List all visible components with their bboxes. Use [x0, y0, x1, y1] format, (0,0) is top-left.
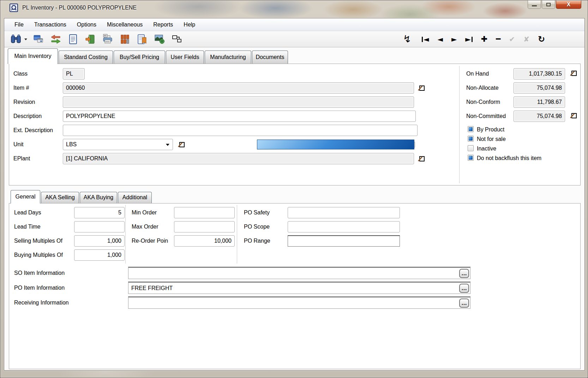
color-grid-icon[interactable]: [119, 33, 131, 45]
po-safety-label: PO Safety: [244, 207, 270, 218]
nav-first-button[interactable]: ◄: [422, 36, 429, 43]
pointer-icon[interactable]: ↯: [403, 34, 411, 44]
menu-options[interactable]: Options: [72, 18, 102, 31]
item-note-icon[interactable]: [418, 84, 425, 91]
non-committed-value: 75,074.98: [514, 111, 565, 122]
nav-next-button[interactable]: ►: [451, 36, 457, 43]
non-committed-note-icon[interactable]: [570, 111, 577, 119]
first-bar: [422, 37, 423, 42]
so-item-info-field[interactable]: …: [128, 267, 470, 279]
uom-mrp-group: Use This UOM for MRP: [256, 139, 415, 150]
window-controls: X: [527, 0, 581, 9]
web-image-icon[interactable]: [154, 33, 166, 45]
tab-user-fields[interactable]: User Fields: [166, 51, 204, 64]
forms-window-icon[interactable]: [32, 33, 44, 45]
revision-label: Revision: [13, 96, 35, 108]
print-labels-icon[interactable]: [102, 33, 114, 45]
description-field[interactable]: POLYPROPYLENE: [63, 111, 416, 122]
last-bar: [472, 37, 473, 42]
po-safety-field[interactable]: [288, 207, 400, 218]
do-not-backflush-checkbox[interactable]: [468, 155, 474, 161]
inactive-checkbox[interactable]: [468, 145, 474, 151]
selling-multiples-label: Selling Multiples Of: [14, 235, 62, 247]
so-item-info-label: SO Item Information: [14, 267, 65, 278]
delete-record-button[interactable]: ━: [496, 35, 500, 43]
goto-book-icon[interactable]: [84, 33, 96, 45]
lead-time-field[interactable]: [74, 221, 125, 232]
not-for-sale-label: Not for sale: [477, 136, 506, 142]
lead-days-field[interactable]: 5: [74, 207, 125, 218]
unit-note-icon[interactable]: [178, 140, 185, 148]
tab-buy-sell-pricing[interactable]: Buy/Sell Pricing: [114, 51, 165, 64]
lead-time-label: Lead Time: [14, 221, 41, 232]
linked-windows-icon[interactable]: [171, 33, 183, 45]
app-logo-icon: [10, 4, 18, 12]
titlebar[interactable]: PL Inventory - PL 000060 POLYPROPYLENE X: [0, 0, 588, 15]
by-product-checkbox[interactable]: [468, 126, 474, 132]
restore-icon: [546, 3, 551, 6]
insert-record-button[interactable]: ✚: [481, 35, 487, 43]
subtab-aka-buying[interactable]: AKA Buying: [80, 192, 117, 203]
menu-reports[interactable]: Reports: [148, 18, 178, 31]
minimize-button[interactable]: [528, 0, 541, 9]
unit-combo[interactable]: LBS: [63, 139, 173, 150]
subtab-aka-selling[interactable]: AKA Selling: [41, 192, 79, 203]
tab-standard-costing[interactable]: Standard Costing: [59, 51, 113, 64]
report-book-icon[interactable]: [136, 33, 148, 45]
close-button[interactable]: X: [556, 0, 581, 9]
receiving-info-ellipsis-button[interactable]: …: [459, 299, 469, 308]
cancel-edit-button[interactable]: ✘: [523, 36, 529, 43]
menu-file[interactable]: File: [9, 18, 29, 31]
po-scope-field[interactable]: [288, 221, 400, 232]
post-edit-button[interactable]: ✔: [509, 36, 515, 43]
receiving-info-field[interactable]: …: [128, 296, 470, 309]
eplant-field[interactable]: [1] CALIFORNIA: [63, 153, 414, 164]
notes-document-icon[interactable]: [67, 33, 79, 45]
po-item-info-field[interactable]: FREE FREIGHT …: [128, 282, 470, 294]
search-dropdown-arrow[interactable]: [24, 39, 27, 40]
tab-manufacturing[interactable]: Manufacturing: [205, 51, 251, 64]
min-order-field[interactable]: [174, 207, 235, 218]
eplant-note-icon[interactable]: [418, 154, 425, 162]
on-hand-note-icon[interactable]: [570, 69, 577, 77]
item-number-label: Item #: [13, 82, 29, 94]
item-number-field[interactable]: 000060: [63, 82, 414, 94]
menubar: File Transactions Options Miscellaneous …: [4, 18, 584, 31]
column-separator-2: [237, 205, 237, 264]
menu-transactions[interactable]: Transactions: [29, 18, 72, 31]
eplant-label: EPlant: [13, 153, 30, 164]
menu-help[interactable]: Help: [178, 18, 200, 31]
menu-miscellaneous[interactable]: Miscellaneous: [102, 18, 148, 31]
subtab-general[interactable]: General: [11, 190, 40, 203]
max-order-field[interactable]: [174, 221, 235, 232]
nav-prev-button[interactable]: ◄: [438, 36, 443, 43]
po-range-field[interactable]: [288, 235, 400, 247]
toolbar: ↯ ◄ ◄ ► ► ✚ ━ ✔ ✘ ↻: [4, 31, 584, 47]
column-separator-1: [125, 205, 126, 264]
nav-last-button[interactable]: ►: [465, 36, 472, 43]
app-window: PL Inventory - PL 000060 POLYPROPYLENE X…: [0, 0, 588, 378]
restore-button[interactable]: [542, 0, 555, 9]
close-icon: X: [567, 1, 571, 8]
transfer-arrows-icon[interactable]: [50, 33, 62, 45]
tab-documents[interactable]: Documents: [252, 51, 288, 64]
max-order-label: Max Order: [132, 221, 158, 232]
toolbar-left-group: [10, 31, 183, 47]
revision-field[interactable]: [63, 96, 414, 108]
selling-multiples-field[interactable]: 1,000: [74, 235, 125, 247]
description-label: Description: [13, 111, 42, 122]
not-for-sale-checkbox[interactable]: [468, 136, 474, 142]
non-allocate-label: Non-Allocate: [466, 82, 499, 94]
main-inventory-panel: Class PL Item # 000060 Revision Descript…: [9, 64, 581, 185]
class-field[interactable]: PL: [63, 68, 85, 79]
so-item-info-ellipsis-button[interactable]: …: [459, 269, 469, 278]
reorder-point-field[interactable]: 10,000: [174, 235, 235, 247]
refresh-button[interactable]: ↻: [538, 35, 545, 43]
ext-description-field[interactable]: [63, 125, 418, 136]
subtab-additional[interactable]: Additional: [118, 192, 152, 203]
search-binoculars-icon[interactable]: [10, 33, 22, 45]
uom-mrp-checkbox[interactable]: [409, 142, 415, 148]
tab-main-inventory[interactable]: Main Inventory: [8, 48, 58, 64]
buying-multiples-field[interactable]: 1,000: [74, 249, 125, 261]
po-item-info-ellipsis-button[interactable]: …: [459, 284, 469, 293]
